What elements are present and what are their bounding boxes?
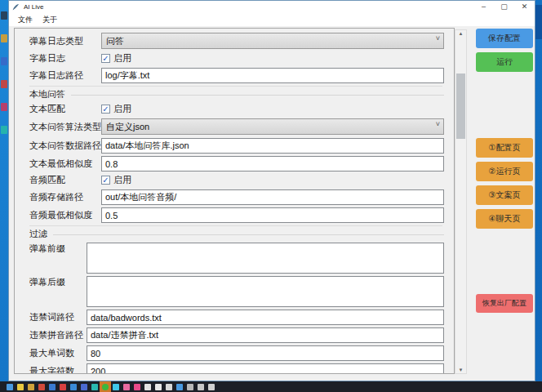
field-label: 字幕日志路径 bbox=[29, 69, 101, 82]
taskbar-app-icon[interactable] bbox=[123, 384, 130, 390]
taskbar-app-icon[interactable] bbox=[38, 384, 45, 390]
taskbar-app-icon[interactable] bbox=[17, 384, 24, 390]
section-separator bbox=[29, 86, 442, 87]
desktop-icon[interactable] bbox=[1, 126, 7, 134]
taskbar-app-icon[interactable] bbox=[81, 384, 87, 390]
page-button-1[interactable]: ①配置页 bbox=[476, 138, 533, 158]
form-row: 文本问答算法类型自定义json˅ bbox=[29, 118, 444, 135]
taskbar-app-icon[interactable] bbox=[155, 384, 162, 390]
text-input[interactable]: 0.8 bbox=[101, 156, 444, 172]
taskbar-app-icon[interactable] bbox=[113, 384, 119, 390]
form-row: 违禁词路径data/badwords.txt bbox=[29, 310, 444, 325]
taskbar-app-glyph bbox=[81, 384, 87, 390]
checkbox[interactable]: ✓ bbox=[101, 105, 110, 114]
checkbox-label: 启用 bbox=[113, 174, 131, 186]
minimize-icon[interactable]: – bbox=[473, 1, 494, 13]
section-title-rule bbox=[53, 234, 444, 235]
app-window: AI Live – ▢ ✕ 文件 关于 弹幕日志类型问答˅字幕日志✓启用字幕日志… bbox=[8, 0, 535, 381]
text-input[interactable]: 80 bbox=[87, 345, 444, 361]
taskbar-app-glyph bbox=[198, 384, 204, 390]
text-input[interactable]: 0.5 bbox=[101, 207, 444, 223]
scrollbar-thumb[interactable] bbox=[456, 74, 465, 139]
section-separator bbox=[29, 225, 442, 226]
form-row: 文本问答数据路径data/本地问答库.json bbox=[29, 138, 444, 154]
taskbar-app-glyph bbox=[134, 384, 140, 390]
desktop-icon[interactable] bbox=[1, 57, 7, 65]
taskbar-app-icon[interactable] bbox=[100, 381, 111, 392]
scroll-up-icon[interactable]: ▲ bbox=[455, 31, 466, 36]
text-input[interactable]: data/badwords.txt bbox=[87, 310, 444, 325]
taskbar-app-glyph bbox=[102, 384, 109, 390]
desktop-icon[interactable] bbox=[535, 5, 542, 39]
text-input-value: 0.8 bbox=[105, 159, 118, 169]
taskbar-app-glyph bbox=[17, 384, 24, 390]
taskbar-app-icon[interactable] bbox=[91, 384, 98, 390]
maximize-icon[interactable]: ▢ bbox=[494, 1, 514, 13]
taskbar-app-icon[interactable] bbox=[166, 384, 172, 390]
taskbar-app-glyph bbox=[155, 384, 162, 390]
section-title-rule bbox=[71, 95, 444, 96]
desktop-icon[interactable] bbox=[1, 80, 7, 88]
textarea-input[interactable] bbox=[87, 276, 444, 307]
field-label: 最大字符数 bbox=[29, 365, 87, 374]
combobox[interactable]: 问答˅ bbox=[101, 33, 444, 49]
app-feather-icon bbox=[12, 3, 20, 11]
text-input[interactable]: data/违禁拼音.txt bbox=[87, 327, 444, 343]
text-input[interactable]: out/本地问答音频/ bbox=[101, 189, 444, 205]
form-row: 最大单词数80 bbox=[29, 345, 444, 361]
factory-reset-button[interactable]: 恢复出厂配置 bbox=[476, 294, 533, 313]
field-label: 文本匹配 bbox=[29, 103, 101, 115]
taskbar-app-icon[interactable] bbox=[144, 384, 151, 390]
form-row: 违禁拼音路径data/违禁拼音.txt bbox=[29, 327, 444, 343]
chevron-down-icon: ˅ bbox=[436, 34, 440, 42]
form-rows: 弹幕日志类型问答˅字幕日志✓启用字幕日志路径log/字幕.txt本地问答文本匹配… bbox=[29, 33, 444, 374]
field-label: 文本最低相似度 bbox=[29, 158, 101, 170]
taskbar-app-glyph bbox=[187, 384, 193, 390]
field-label: 最大单词数 bbox=[29, 347, 87, 359]
field-label: 字幕日志 bbox=[29, 52, 101, 65]
page-button-3[interactable]: ③文案页 bbox=[476, 185, 533, 205]
taskbar-app-icon[interactable] bbox=[28, 384, 34, 390]
taskbar-app-icon[interactable] bbox=[134, 384, 140, 390]
section-header: 过滤 bbox=[29, 229, 444, 239]
form-row: 字幕日志路径log/字幕.txt bbox=[29, 68, 444, 83]
taskbar-app-icon[interactable] bbox=[70, 384, 77, 390]
taskbar-app-icon[interactable] bbox=[49, 384, 56, 390]
text-input-value: data/badwords.txt bbox=[91, 313, 162, 323]
form-row: 文本匹配✓启用 bbox=[29, 103, 444, 115]
taskbar-app-icon[interactable] bbox=[198, 384, 204, 390]
combobox[interactable]: 自定义json˅ bbox=[101, 118, 444, 135]
desktop-icon[interactable] bbox=[1, 11, 7, 20]
taskbar-app-icon[interactable] bbox=[7, 384, 13, 390]
taskbar-app-icon[interactable] bbox=[176, 384, 183, 390]
scroll-down-icon[interactable]: ▼ bbox=[455, 368, 466, 372]
close-icon[interactable]: ✕ bbox=[514, 1, 535, 13]
page-button-2[interactable]: ②运行页 bbox=[476, 162, 533, 181]
field-label: 弹幕后缀 bbox=[29, 276, 87, 288]
text-input[interactable]: data/本地问答库.json bbox=[101, 138, 444, 154]
config-form-scroll-area: 弹幕日志类型问答˅字幕日志✓启用字幕日志路径log/字幕.txt本地问答文本匹配… bbox=[14, 28, 455, 374]
field-label: 音频存储路径 bbox=[29, 191, 101, 203]
run-button[interactable]: 运行 bbox=[476, 52, 533, 72]
desktop-icon[interactable] bbox=[1, 103, 7, 111]
taskbar-app-icon[interactable] bbox=[208, 384, 215, 390]
save-config-button[interactable]: 保存配置 bbox=[476, 29, 533, 48]
section-title-label: 过滤 bbox=[29, 228, 47, 240]
checkbox[interactable]: ✓ bbox=[101, 54, 110, 63]
textarea-input[interactable] bbox=[87, 243, 444, 274]
menu-file[interactable]: 文件 bbox=[13, 15, 38, 25]
taskbar-app-glyph bbox=[113, 384, 119, 390]
vertical-scrollbar[interactable]: ▲ ▼ bbox=[455, 29, 467, 374]
checkbox[interactable]: ✓ bbox=[101, 176, 110, 185]
menu-about[interactable]: 关于 bbox=[38, 15, 62, 25]
window-controls: – ▢ ✕ bbox=[473, 1, 535, 13]
page-button-4[interactable]: ④聊天页 bbox=[476, 209, 533, 229]
text-input[interactable]: log/字幕.txt bbox=[101, 68, 444, 83]
taskbar-app-glyph bbox=[28, 384, 34, 390]
text-input-value: data/本地问答库.json bbox=[105, 140, 189, 152]
text-input[interactable]: 200 bbox=[87, 363, 444, 374]
form-row: 字幕日志✓启用 bbox=[29, 52, 444, 65]
taskbar-app-icon[interactable] bbox=[187, 384, 193, 390]
taskbar-app-icon[interactable] bbox=[60, 384, 66, 390]
desktop-icon[interactable] bbox=[1, 34, 7, 42]
